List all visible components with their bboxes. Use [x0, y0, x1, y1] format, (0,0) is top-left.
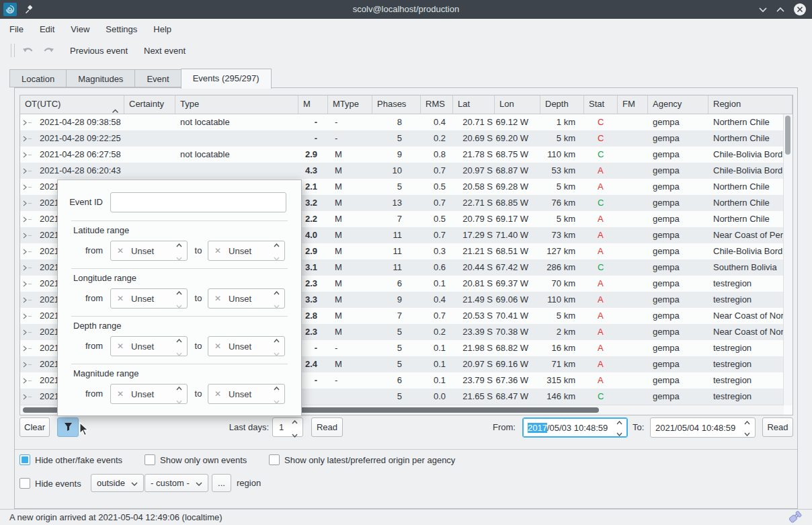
- depth-range-from-spinbox[interactable]: ✕Unset: [110, 336, 188, 356]
- connection-icon[interactable]: [786, 508, 804, 525]
- checkbox-unchecked-icon[interactable]: [145, 454, 155, 465]
- expand-row-icon[interactable]: [20, 346, 35, 352]
- spin-buttons[interactable]: [739, 417, 755, 438]
- column-header-agency[interactable]: Agency: [648, 95, 708, 114]
- expand-row-icon[interactable]: [20, 281, 35, 287]
- next-arrow-icon[interactable]: [42, 45, 55, 56]
- column-header-mtype[interactable]: MType: [328, 95, 372, 114]
- spin-buttons[interactable]: [268, 238, 284, 264]
- expand-row-icon[interactable]: [20, 120, 35, 126]
- menu-edit[interactable]: Edit: [40, 24, 54, 34]
- spin-buttons[interactable]: [171, 238, 187, 264]
- from-date-input[interactable]: 2017/05/03 10:48:59: [522, 417, 628, 438]
- spin-buttons[interactable]: [268, 286, 284, 311]
- expand-row-icon[interactable]: [20, 216, 35, 223]
- expand-row-icon[interactable]: [20, 233, 35, 239]
- clear-value-icon[interactable]: ✕: [117, 389, 124, 399]
- expand-row-icon[interactable]: [20, 378, 35, 384]
- clear-value-icon[interactable]: ✕: [214, 389, 221, 399]
- clear-value-icon[interactable]: ✕: [214, 341, 221, 351]
- column-header-fm[interactable]: FM: [618, 95, 648, 114]
- hide-other-checkbox[interactable]: Hide other/fake events: [19, 454, 122, 466]
- vertical-scrollbar[interactable]: [783, 114, 793, 405]
- previous-arrow-icon[interactable]: [22, 45, 35, 56]
- column-header-depth[interactable]: Depth: [540, 95, 584, 114]
- column-header-stat[interactable]: Stat: [584, 95, 618, 114]
- expand-row-icon[interactable]: [20, 200, 35, 206]
- column-header-ot-utc[interactable]: OT(UTC): [20, 95, 124, 114]
- table-row[interactable]: 2021-04-28 06:27:58not locatable2.9M90.8…: [20, 147, 784, 163]
- next-event-button[interactable]: Next event: [143, 43, 187, 58]
- minimize-icon[interactable]: [758, 7, 768, 13]
- expand-row-icon[interactable]: [20, 136, 35, 142]
- expand-row-icon[interactable]: [20, 184, 35, 190]
- toolbar-handle[interactable]: [11, 44, 15, 57]
- read-range-button[interactable]: Read: [762, 417, 793, 437]
- tab-event[interactable]: Event: [134, 69, 180, 87]
- menu-file[interactable]: File: [9, 24, 24, 34]
- longitude-range-to-spinbox[interactable]: ✕Unset: [208, 288, 285, 309]
- table-row[interactable]: 2021-04-28 09:38:58not locatable--80.420…: [20, 114, 784, 130]
- clear-value-icon[interactable]: ✕: [117, 294, 124, 303]
- tab-magnitudes[interactable]: Magnitudes: [66, 69, 134, 87]
- expand-row-icon[interactable]: [20, 329, 35, 335]
- clear-value-icon[interactable]: ✕: [214, 294, 221, 303]
- depth-range-to-spinbox[interactable]: ✕Unset: [208, 336, 285, 356]
- menu-view[interactable]: View: [71, 24, 89, 34]
- expand-row-icon[interactable]: [20, 265, 35, 271]
- to-date-input[interactable]: 2021/05/04 10:48:59: [650, 417, 756, 438]
- column-header-m[interactable]: M: [298, 95, 328, 114]
- hide-events-checkbox[interactable]: Hide events: [19, 477, 81, 489]
- tab-events-295-297[interactable]: Events (295/297): [181, 69, 272, 89]
- clear-value-icon[interactable]: ✕: [117, 246, 124, 255]
- longitude-range-from-spinbox[interactable]: ✕Unset: [110, 288, 188, 309]
- spin-buttons[interactable]: [611, 417, 627, 438]
- clear-value-icon[interactable]: ✕: [214, 246, 221, 255]
- tab-location[interactable]: Location: [9, 69, 66, 87]
- region-browse-button[interactable]: ...: [212, 474, 231, 492]
- expand-row-icon[interactable]: [20, 313, 35, 319]
- checkbox-checked-icon[interactable]: [19, 454, 30, 465]
- menu-help[interactable]: Help: [153, 24, 171, 34]
- last-days-spinbox[interactable]: 1: [272, 417, 303, 437]
- column-header-rms[interactable]: RMS: [421, 95, 453, 114]
- spin-buttons[interactable]: [171, 333, 187, 359]
- magnitude-range-to-spinbox[interactable]: ✕Unset: [208, 384, 285, 404]
- expand-row-icon[interactable]: [20, 394, 35, 400]
- vertical-scrollbar-thumb[interactable]: [785, 116, 790, 155]
- spin-buttons[interactable]: [171, 286, 187, 311]
- column-header-lon[interactable]: Lon: [495, 95, 540, 114]
- expand-row-icon[interactable]: [20, 168, 35, 174]
- close-icon[interactable]: [793, 3, 807, 16]
- filter-toggle-button[interactable]: [57, 417, 79, 437]
- column-header-phases[interactable]: Phases: [372, 95, 421, 114]
- region-dropdown[interactable]: - custom -: [145, 474, 208, 492]
- magnitude-range-from-spinbox[interactable]: ✕Unset: [110, 384, 188, 404]
- expand-row-icon[interactable]: [20, 297, 35, 303]
- menu-settings[interactable]: Settings: [106, 24, 137, 34]
- table-row[interactable]: 2021-04-28 09:22:25--50.220.69 S69.20 W5…: [20, 130, 784, 147]
- spin-buttons[interactable]: [286, 415, 302, 440]
- outside-dropdown[interactable]: outside: [91, 474, 144, 492]
- read-last-days-button[interactable]: Read: [311, 417, 343, 437]
- spin-buttons[interactable]: [171, 381, 187, 407]
- checkbox-unchecked-icon[interactable]: [269, 454, 280, 465]
- latitude-range-to-spinbox[interactable]: ✕Unset: [208, 241, 285, 261]
- latitude-range-from-spinbox[interactable]: ✕Unset: [110, 241, 188, 261]
- expand-row-icon[interactable]: [20, 152, 35, 158]
- column-header-region[interactable]: Region: [708, 95, 793, 114]
- column-header-lat[interactable]: Lat: [453, 95, 495, 114]
- event-id-input[interactable]: [110, 192, 286, 212]
- table-row[interactable]: 2021-04-28 06:20:434.3M100.720.97 S68.87…: [20, 163, 784, 179]
- column-header-type[interactable]: Type: [175, 95, 298, 114]
- previous-event-button[interactable]: Previous event: [69, 43, 129, 58]
- clear-value-icon[interactable]: ✕: [117, 341, 124, 351]
- expand-row-icon[interactable]: [20, 249, 35, 255]
- show-latest-checkbox[interactable]: Show only latest/preferred origin per ag…: [269, 454, 455, 466]
- show-own-checkbox[interactable]: Show only own events: [145, 454, 247, 466]
- spin-buttons[interactable]: [268, 381, 284, 407]
- spin-buttons[interactable]: [268, 333, 284, 359]
- checkbox-unchecked-icon[interactable]: [19, 478, 30, 489]
- maximize-icon[interactable]: [776, 7, 785, 13]
- column-header-certainty[interactable]: Certainty: [124, 95, 175, 114]
